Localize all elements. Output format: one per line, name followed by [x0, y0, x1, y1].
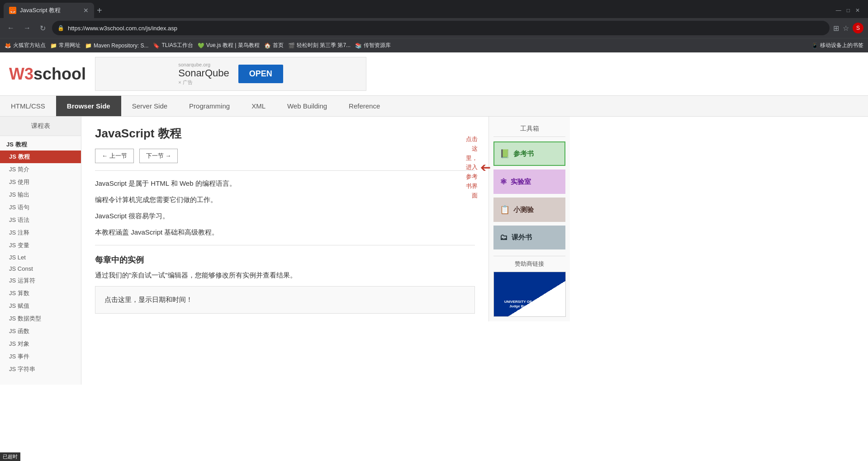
quiz-button[interactable]: 📋 小测验: [493, 198, 565, 222]
next-button[interactable]: 下一节 →: [139, 149, 178, 163]
refresh-button[interactable]: ↻: [37, 22, 48, 34]
sidebar-link-event[interactable]: JS 事件: [0, 350, 81, 363]
nav-xml[interactable]: XML: [241, 96, 276, 116]
bookmark-home[interactable]: 🏠 首页: [264, 42, 284, 49]
browser-chrome: 🦊 JavaScript 教程 ✕ + — □ ✕ ← → ↻ 🔒 https:…: [0, 0, 868, 52]
extracurricular-button[interactable]: 🗂 课外书: [493, 226, 565, 249]
sidebar-link-const[interactable]: JS Const: [0, 263, 81, 274]
sidebar-link-function[interactable]: JS 函数: [0, 325, 81, 338]
tab-favicon: 🦊: [9, 7, 16, 14]
bookmark-common[interactable]: 📁 常用网址: [50, 42, 81, 49]
lab-button[interactable]: ⚛ 实验室: [493, 169, 565, 194]
address-bar[interactable]: 🔒 https://www.w3school.com.cn/js/index.a…: [52, 21, 830, 35]
sidebar-link-comment[interactable]: JS 注释: [0, 226, 81, 239]
annotation: 点击这里，进入参考书界面 ➔: [466, 135, 491, 201]
back-button[interactable]: ←: [5, 22, 17, 34]
sidebar-link-object[interactable]: JS 对象: [0, 338, 81, 350]
bookmark-icon[interactable]: ☆: [843, 24, 849, 33]
quiz-icon: 📋: [500, 205, 510, 215]
sponsor-title: 赞助商链接: [493, 256, 565, 268]
right-panel: 点击这里，进入参考书界面 ➔ 工具箱 📗 参考书 ⚛ 实验室 📋 小测验: [489, 117, 570, 385]
toolbar: ← → ↻ 🔒 https://www.w3school.com.cn/js/i…: [0, 18, 868, 38]
toolbox: 工具箱 📗 参考书 ⚛ 实验室 📋 小测验 🗂 课外书: [489, 117, 570, 321]
tab-bar: 🦊 JavaScript 教程 ✕ + — □ ✕: [0, 0, 868, 18]
extensions-icon: ⊞: [833, 24, 839, 33]
sidebar-link-tutorial[interactable]: JS 教程: [0, 151, 81, 163]
arrow-icon: ➔: [480, 160, 491, 175]
main-nav: HTML/CSS Browser Side Server Side Progra…: [0, 96, 868, 117]
tab-close-button[interactable]: ✕: [83, 7, 89, 14]
reference-book-button[interactable]: 📗 参考书: [493, 141, 565, 166]
nav-html-css[interactable]: HTML/CSS: [0, 96, 56, 116]
sidebar-link-assignment[interactable]: JS 赋值: [0, 300, 81, 312]
page-wrapper: W3school sonarqube.org SonarQube × 广告 OP…: [0, 52, 868, 461]
sidebar-link-syntax[interactable]: JS 语法: [0, 214, 81, 226]
reference-book-label: 参考书: [513, 150, 534, 158]
minimize-button[interactable]: —: [836, 7, 841, 14]
sponsor-banner[interactable]: UNIVERSITY OF CAMBRIDGE Judge Business S…: [493, 272, 566, 317]
maximize-button[interactable]: □: [847, 7, 850, 14]
lab-label: 实验室: [511, 178, 531, 186]
sidebar-link-datatype[interactable]: JS 数据类型: [0, 312, 81, 325]
toolbox-title: 工具箱: [493, 121, 565, 137]
nav-browser-side[interactable]: Browser Side: [56, 96, 121, 116]
quiz-label: 小测验: [513, 206, 534, 214]
window-controls: — □ ✕: [836, 7, 864, 14]
sidebar-link-arithmetic[interactable]: JS 算数: [0, 287, 81, 300]
extracurricular-icon: 🗂: [500, 233, 508, 242]
main-content: JavaScript 教程 ← 上一节 下一节 → JavaScript 是属于…: [81, 117, 489, 385]
bookmark-chuanzhi[interactable]: 📚 传智资源库: [355, 42, 391, 49]
ad-open-button[interactable]: OPEN: [238, 65, 283, 83]
extracurricular-label: 课外书: [512, 233, 532, 242]
nav-web-building[interactable]: Web Building: [276, 96, 338, 116]
bookmark-firefox[interactable]: 🦊 火狐官方站点: [5, 42, 46, 49]
sidebar-link-output[interactable]: JS 输出: [0, 188, 81, 201]
close-button[interactable]: ✕: [855, 7, 860, 14]
forward-button[interactable]: →: [21, 22, 33, 34]
profile-icon[interactable]: S: [853, 23, 863, 33]
ad-domain: sonarqube.org: [178, 62, 229, 67]
nav-reference[interactable]: Reference: [338, 96, 391, 116]
security-icon: 🔒: [57, 25, 64, 31]
ad-banner: sonarqube.org SonarQube × 广告 OPEN: [95, 57, 366, 91]
site-logo: W3school: [9, 65, 86, 84]
section-text: 通过我们的"亲自试一试"编辑器，您能够修改所有实例并查看结果。: [95, 270, 475, 281]
nav-buttons: ← 上一节 下一节 →: [95, 149, 475, 163]
sidebar-link-operator[interactable]: JS 运算符: [0, 274, 81, 287]
example-box[interactable]: 点击这里，显示日期和时间！: [95, 286, 475, 314]
sidebar-link-use[interactable]: JS 使用: [0, 176, 81, 188]
bookmark-tlias[interactable]: 🔖 TLIAS工作台: [153, 42, 193, 49]
prev-button[interactable]: ← 上一节: [95, 149, 134, 163]
tab-title: JavaScript 教程: [20, 6, 61, 14]
expired-badge: 已超时: [0, 452, 20, 461]
bookmarks-bar: 🦊 火狐官方站点 📁 常用网址 📁 Maven Repository: S...…: [0, 38, 868, 52]
bookmark-maven[interactable]: 📁 Maven Repository: S...: [85, 42, 148, 49]
nav-programming[interactable]: Programming: [178, 96, 241, 116]
sidebar-link-intro[interactable]: JS 简介: [0, 163, 81, 176]
bookmark-mobile[interactable]: 📱 移动设备上的书签: [811, 42, 863, 49]
sidebar-section: JS 教程: [0, 136, 81, 151]
sidebar: 课程表 JS 教程 JS 教程 JS 简介 JS 使用 JS 输出 JS 语句 …: [0, 117, 81, 385]
ad-label: × 广告: [178, 79, 229, 86]
bookmark-relaxtime[interactable]: 🎬 轻松时刻 第三季 第7...: [288, 42, 351, 49]
bookmark-vuejs[interactable]: 💚 Vue.js 教程 | 菜鸟教程: [198, 42, 260, 49]
sidebar-link-let[interactable]: JS Let: [0, 252, 81, 263]
top-divider: [95, 170, 475, 171]
url-display: https://www.w3school.com.cn/js/index.asp: [68, 25, 824, 32]
nav-server-side[interactable]: Server Side: [121, 96, 178, 116]
sidebar-link-statement[interactable]: JS 语句: [0, 201, 81, 214]
para-2: 编程令计算机完成您需要它们做的工作。: [95, 194, 475, 205]
new-tab-button[interactable]: +: [97, 5, 102, 16]
para-4: 本教程涵盖 JavaScript 基础和高级教程。: [95, 227, 475, 238]
active-tab[interactable]: 🦊 JavaScript 教程 ✕: [4, 3, 94, 18]
sponsor-name: UNIVERSITY OF CAMBRIDGE Judge Business S…: [504, 300, 555, 314]
annotation-text: 点击这里，进入参考书界面: [466, 135, 478, 201]
ad-title: SonarQube: [178, 67, 229, 79]
sidebar-title: 课程表: [0, 117, 81, 136]
para-1: JavaScript 是属于 HTML 和 Web 的编程语言。: [95, 178, 475, 189]
content-area: 课程表 JS 教程 JS 教程 JS 简介 JS 使用 JS 输出 JS 语句 …: [0, 117, 868, 385]
sidebar-link-string[interactable]: JS 字符串: [0, 363, 81, 376]
sidebar-link-var[interactable]: JS 变量: [0, 239, 81, 252]
reference-book-icon: 📗: [500, 149, 510, 159]
toolbar-right: ⊞ ☆ S: [833, 23, 863, 33]
